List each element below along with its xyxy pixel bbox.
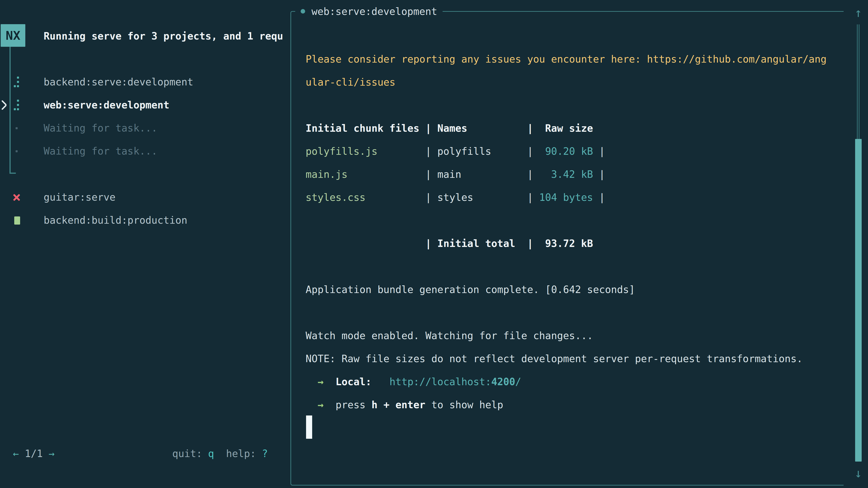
selected-chevron-icon [1,100,8,110]
github-issues-link[interactable]: ular-cli/issues [306,76,395,88]
page-next-icon[interactable]: → [49,448,55,459]
pager: ←1/1→ [13,442,55,465]
page-indicator: 1/1 [19,448,49,459]
terminal-text: Please consider reporting any issues you… [306,53,647,65]
terminal-text: | [593,192,605,203]
sidebar-task-waiting-for-task-[interactable]: Waiting for task... [0,140,287,163]
terminal-line [306,301,827,324]
terminal-title: web:serve:development [311,6,437,17]
scroll-up-icon[interactable]: ↑ [853,3,863,23]
terminal-text: h + enter [371,399,425,411]
task-group-bracket-foot [9,173,16,174]
terminal-text: 104 bytes [539,192,593,203]
terminal-text: press [336,399,371,411]
terminal-cursor [306,416,312,439]
sidebar-task-backend-build-production[interactable]: backend:build:production [0,209,287,232]
terminal-line [306,94,827,117]
terminal-line: → press h + enter to show help [306,393,827,416]
terminal-line: Please consider reporting any issues you… [306,48,827,71]
terminal-text: | polyfills | [377,145,539,157]
localhost-link[interactable]: http://localhost: [390,376,491,387]
github-issues-link[interactable]: https://github.com/angular/ang [647,53,827,65]
terminal-text: polyfills.js [306,145,377,157]
nx-logo-badge: NX [1,24,25,47]
terminal-text: Initial chunk files | Names | Raw size [306,123,593,134]
terminal-line: NOTE: Raw file sizes do not reflect deve… [306,347,827,370]
terminal-panel-title: web:serve:development [295,2,442,21]
terminal-text: NOTE: Raw file sizes do not reflect deve… [306,353,803,364]
task-label: backend:serve:development [43,70,193,94]
terminal-text: Watch mode enabled. Watching for file ch… [306,330,593,341]
failed-cross-icon [12,186,21,209]
status-dot-icon [301,9,305,13]
terminal-text: | styles | [366,192,539,203]
spinner-icon [14,70,19,94]
terminal-text: to show help [426,399,503,411]
terminal-text: 90.20 kB [539,145,593,157]
quit-label: quit: [172,448,202,459]
arrow-icon: → [318,399,324,411]
terminal-output: Please consider reporting any issues you… [306,48,827,416]
help-key: ? [262,448,268,459]
terminal-line: polyfills.js | polyfills | 90.20 kB | [306,140,827,163]
terminal-line: main.js | main | 3.42 kB | [306,163,827,186]
header-title: Running serve for 3 projects, and 1 requ [43,25,289,48]
terminal-text [323,376,336,387]
terminal-text: Local: [336,376,371,387]
terminal-text: | main | [347,168,539,180]
page-prev-icon[interactable]: ← [13,448,19,459]
terminal-text: | [593,168,605,180]
terminal-line: styles.css | styles | 104 bytes | [306,186,827,209]
localhost-link-port[interactable]: 4200 [491,376,515,387]
terminal-text [371,376,389,387]
sidebar-task-guitar-serve[interactable]: guitar:serve [0,186,287,209]
task-label: backend:build:production [43,209,187,232]
sidebar-task-backend-serve-development[interactable]: backend:serve:development [0,70,287,94]
terminal-line: ular-cli/issues [306,71,827,94]
success-square-icon [14,209,20,232]
scrollbar-thumb[interactable] [855,139,862,462]
terminal-line [306,209,827,232]
terminal-text: styles.css [306,192,366,203]
task-label: web:serve:development [43,94,169,117]
scroll-down-icon[interactable]: ↓ [853,464,863,483]
task-label: guitar:serve [43,186,116,209]
keyboard-hints: quit:qhelp:? [172,442,268,465]
terminal-line [306,255,827,278]
terminal-text: Application bundle generation complete. … [306,284,635,295]
terminal-line: Watch mode enabled. Watching for file ch… [306,324,827,347]
terminal-text: | [593,145,605,157]
quit-key: q [208,448,214,459]
nx-terminal-ui: NX Running serve for 3 projects, and 1 r… [0,0,868,488]
task-label: Waiting for task... [43,140,157,163]
terminal-line: | Initial total | 93.72 kB [306,232,827,255]
arrow-icon: → [318,376,324,387]
pending-dot-icon [16,140,18,163]
terminal-text: | Initial total | 93.72 kB [306,238,593,249]
terminal-text [323,399,336,411]
terminal-line: → Local: http://localhost:4200/ [306,370,827,393]
task-label: Waiting for task... [43,117,157,140]
help-label: help: [226,448,256,459]
terminal-text: main.js [306,168,347,180]
pending-dot-icon [16,117,18,140]
localhost-link[interactable]: / [515,376,521,387]
terminal-text [306,399,318,411]
terminal-text: 3.42 kB [539,168,593,180]
terminal-line: Initial chunk files | Names | Raw size [306,117,827,140]
terminal-line: Application bundle generation complete. … [306,278,827,301]
sidebar-task-web-serve-development[interactable]: web:serve:development [0,94,287,117]
spinner-icon [14,94,19,117]
sidebar-task-waiting-for-task-[interactable]: Waiting for task... [0,117,287,140]
terminal-text [306,376,318,387]
